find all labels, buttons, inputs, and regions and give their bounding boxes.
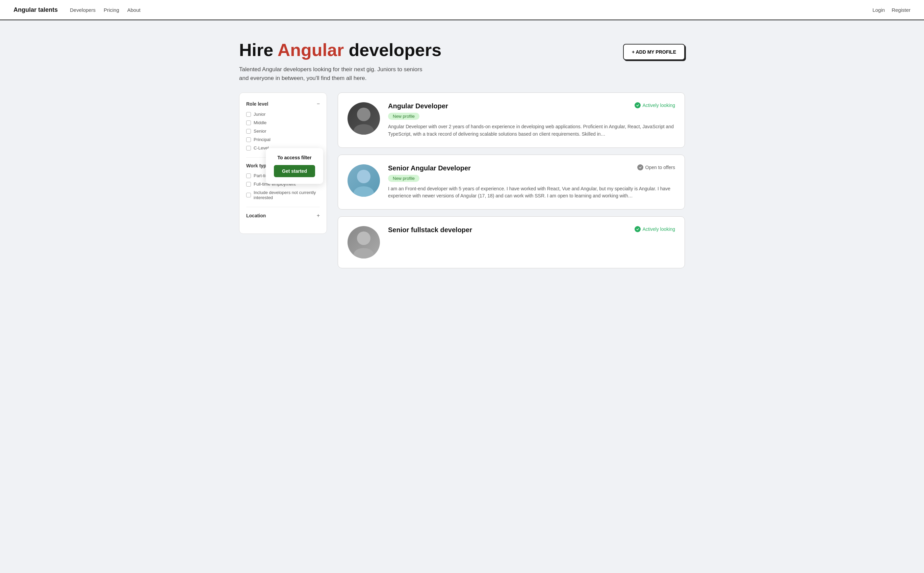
nav-link-pricing[interactable]: Pricing — [104, 7, 119, 13]
add-profile-button[interactable]: + ADD MY PROFILE — [623, 44, 685, 60]
svg-point-5 — [354, 248, 374, 258]
filter-role-title: Role level — [246, 101, 268, 106]
card-body-1: Angular Developer Actively looking New p… — [388, 102, 675, 138]
filter-item-senior: Senior — [246, 128, 320, 134]
filter-location-toggle[interactable]: + — [317, 213, 320, 219]
checkbox-clevel[interactable] — [246, 146, 251, 150]
status-badge-2: Open to offers — [637, 164, 675, 171]
register-button[interactable]: Register — [891, 7, 910, 13]
card-header-3: Senior fullstack developer Actively look… — [388, 226, 675, 234]
checkbox-include-not-interested[interactable] — [246, 193, 251, 197]
label-include-not-interested: Include developers not currently interes… — [254, 190, 320, 200]
status-badge-3: Actively looking — [635, 226, 675, 232]
card-desc-2: I am an Front-end developer with 5 years… — [388, 185, 675, 200]
tooltip-title: To access filter — [274, 155, 315, 160]
checkbox-middle[interactable] — [246, 121, 251, 125]
avatar-3 — [348, 226, 380, 258]
filter-role-title-row: Role level − — [246, 101, 320, 107]
checkbox-junior[interactable] — [246, 112, 251, 117]
hero-text: Hire Angular developers Talented Angular… — [239, 41, 441, 82]
svg-point-0 — [357, 108, 370, 121]
svg-point-2 — [357, 170, 370, 183]
card-body-3: Senior fullstack developer Actively look… — [388, 226, 675, 236]
checkbox-fulltime[interactable] — [246, 182, 251, 186]
headline-accent: Angular — [278, 40, 344, 60]
status-dot-3 — [635, 226, 641, 232]
avatar-1 — [348, 102, 380, 135]
filter-role-level: Role level − Junior Middle Senior Princi… — [246, 101, 320, 150]
main-content: Role level − Junior Middle Senior Princi… — [226, 92, 698, 288]
svg-point-1 — [354, 124, 374, 135]
filter-item-middle: Middle — [246, 120, 320, 125]
login-button[interactable]: Login — [872, 7, 885, 13]
get-started-button[interactable]: Get started — [274, 165, 315, 177]
card-header-1: Angular Developer Actively looking — [388, 102, 675, 110]
label-junior: Junior — [254, 112, 265, 117]
cards-list: Angular Developer Actively looking New p… — [338, 92, 685, 268]
hero-section: Hire Angular developers Talented Angular… — [226, 20, 698, 92]
avatar-2 — [348, 164, 380, 197]
filter-item-include-not-interested: Include developers not currently interes… — [246, 190, 320, 200]
filter-location-title: Location — [246, 213, 266, 218]
card-title-2: Senior Angular Developer — [388, 164, 471, 172]
card-title-3: Senior fullstack developer — [388, 226, 472, 234]
nav-auth-area: Login Register — [872, 7, 910, 13]
card-tag-1: New profile — [388, 113, 419, 120]
filter-item-principal: Principal — [246, 137, 320, 142]
headline-start: Hire — [239, 40, 278, 60]
card-desc-1: Angular Developer with over 2 years of h… — [388, 123, 675, 138]
filter-location: Location + — [246, 213, 320, 219]
hero-description: Talented Angular developers looking for … — [239, 65, 428, 82]
filter-item-junior: Junior — [246, 112, 320, 117]
filter-role-toggle[interactable]: − — [317, 101, 320, 107]
card-tag-2: New profile — [388, 175, 419, 182]
nav-brand[interactable]: Angular talents — [14, 6, 58, 14]
nav-links: Developers Pricing About — [70, 7, 872, 13]
label-senior: Senior — [254, 128, 267, 134]
filter-location-title-row: Location + — [246, 213, 320, 219]
sidebar: Role level − Junior Middle Senior Princi… — [239, 92, 327, 234]
filter-divider-2 — [246, 207, 320, 207]
label-principal: Principal — [254, 137, 270, 142]
card-header-2: Senior Angular Developer Open to offers — [388, 164, 675, 172]
filter-tooltip: To access filter Get started — [266, 148, 323, 184]
developer-card-3[interactable]: Senior fullstack developer Actively look… — [338, 216, 685, 268]
status-label-1: Actively looking — [643, 103, 675, 108]
developer-card-2[interactable]: Senior Angular Developer Open to offers … — [338, 155, 685, 210]
developer-card-1[interactable]: Angular Developer Actively looking New p… — [338, 92, 685, 147]
status-label-3: Actively looking — [643, 226, 675, 232]
navbar: Angular talents Developers Pricing About… — [0, 0, 924, 20]
nav-link-about[interactable]: About — [127, 7, 141, 13]
status-dot-2 — [637, 164, 643, 171]
card-body-2: Senior Angular Developer Open to offers … — [388, 164, 675, 200]
checkbox-parttime[interactable] — [246, 174, 251, 178]
label-middle: Middle — [254, 120, 267, 125]
svg-point-4 — [357, 232, 370, 245]
nav-link-developers[interactable]: Developers — [70, 7, 96, 13]
card-title-1: Angular Developer — [388, 102, 448, 110]
checkbox-senior[interactable] — [246, 129, 251, 134]
status-badge-1: Actively looking — [635, 102, 675, 108]
checkbox-principal[interactable] — [246, 137, 251, 142]
hero-headline: Hire Angular developers — [239, 41, 441, 60]
status-dot-1 — [635, 102, 641, 108]
status-label-2: Open to offers — [645, 165, 675, 170]
headline-end: developers — [344, 40, 441, 60]
svg-point-3 — [354, 186, 374, 197]
